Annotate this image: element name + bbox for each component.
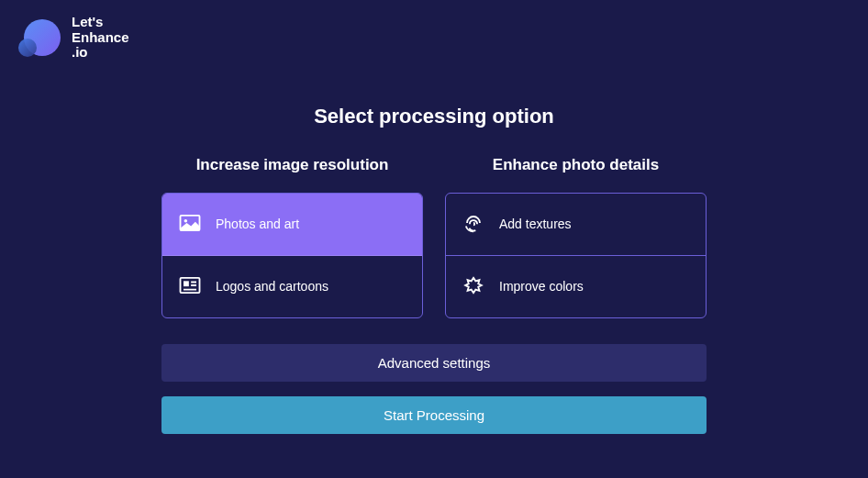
option-improve-colors[interactable]: Improve colors (446, 256, 706, 317)
column-title-right: Enhance photo details (493, 156, 659, 174)
svg-point-1 (184, 218, 188, 222)
option-label: Logos and cartoons (216, 279, 328, 294)
option-label: Improve colors (499, 279, 584, 294)
page-title: Select processing option (314, 105, 554, 128)
column-increase-resolution: Increase image resolution Photos and art (161, 156, 423, 318)
advanced-settings-button[interactable]: Advanced settings (161, 344, 707, 382)
logo-text: Let's Enhance .io (72, 15, 129, 61)
svg-rect-3 (184, 281, 189, 286)
column-enhance-details: Enhance photo details Add textures (445, 156, 707, 318)
option-group-right: Add textures Improve colors (445, 193, 707, 318)
logo-icon (18, 17, 61, 59)
image-icon (177, 210, 203, 239)
option-photos-and-art[interactable]: Photos and art (162, 194, 422, 256)
svg-rect-2 (181, 277, 200, 292)
newspaper-icon (177, 272, 203, 301)
option-logos-and-cartoons[interactable]: Logos and cartoons (162, 256, 422, 317)
sun-icon (461, 272, 486, 301)
fingerprint-icon (461, 210, 486, 239)
column-title-left: Increase image resolution (196, 156, 389, 174)
option-label: Photos and art (216, 217, 299, 231)
header: Let's Enhance .io (0, 0, 868, 75)
main-content: Select processing option Increase image … (0, 75, 868, 434)
start-processing-button[interactable]: Start Processing (161, 396, 707, 434)
action-buttons: Advanced settings Start Processing (161, 344, 707, 434)
svg-marker-7 (465, 277, 482, 292)
options-columns: Increase image resolution Photos and art (161, 156, 707, 318)
option-label: Add textures (499, 217, 572, 231)
option-add-textures[interactable]: Add textures (446, 194, 706, 256)
option-group-left: Photos and art Logos and cartoons (161, 193, 423, 318)
